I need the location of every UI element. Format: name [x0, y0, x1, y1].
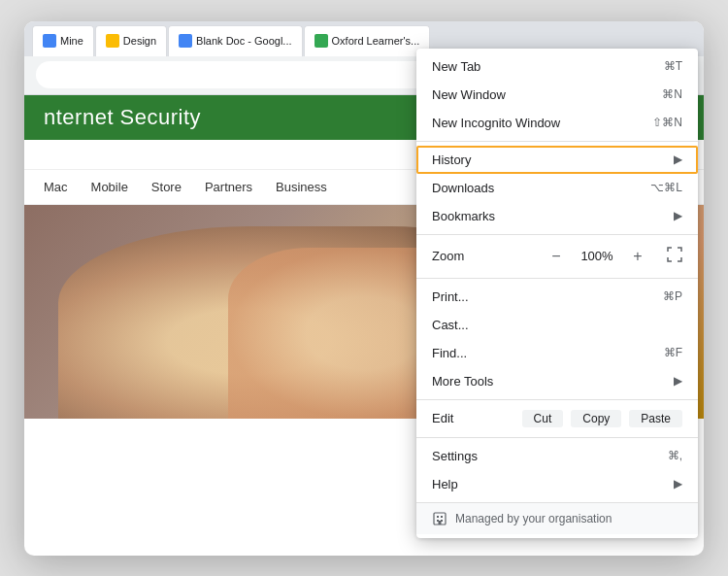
menu-item-find-shortcut: ⌘F [664, 346, 682, 359]
tab-design[interactable]: Design [95, 25, 167, 56]
building-icon [432, 511, 447, 526]
menu-divider-2 [416, 234, 698, 235]
svg-rect-8 [441, 516, 443, 518]
menu-store[interactable]: Store [151, 180, 182, 194]
tab-label-oxford: Oxford Learner's... [332, 35, 420, 47]
zoom-controls: − 100% + [545, 245, 682, 268]
menu-item-more-tools[interactable]: More Tools ▶ [416, 367, 698, 395]
tab-favicon-mine [43, 34, 56, 48]
cut-button[interactable]: Cut [522, 410, 564, 427]
menu-item-bookmarks[interactable]: Bookmarks ▶ [416, 202, 698, 230]
copy-button[interactable]: Copy [571, 410, 621, 427]
menu-partners[interactable]: Partners [205, 180, 252, 194]
zoom-fullscreen-btn[interactable] [667, 247, 682, 265]
menu-item-help-arrow: ▶ [674, 477, 682, 491]
menu-item-incognito[interactable]: New Incognito Window ⇧⌘N [416, 109, 698, 137]
menu-item-new-tab[interactable]: New Tab ⌘T [416, 52, 698, 81]
menu-item-more-tools-arrow: ▶ [674, 374, 682, 388]
paste-button[interactable]: Paste [629, 410, 682, 427]
menu-item-bookmarks-label: Bookmarks [432, 209, 666, 223]
menu-item-find-label: Find... [432, 346, 664, 360]
svg-rect-7 [437, 516, 439, 518]
tab-favicon-design [106, 34, 119, 48]
menu-item-settings[interactable]: Settings ⌘, [416, 442, 698, 470]
edit-label: Edit [432, 411, 522, 425]
edit-buttons: Cut Copy Paste [522, 410, 682, 427]
menu-item-print-shortcut: ⌘P [663, 289, 682, 303]
tab-label-doc: Blank Doc - Googl... [196, 35, 291, 47]
menu-business[interactable]: Business [276, 180, 327, 194]
menu-mobile[interactable]: Mobile [91, 180, 128, 194]
tab-mine[interactable]: Mine [32, 25, 94, 56]
menu-item-new-tab-label: New Tab [432, 59, 664, 74]
tab-label-mine: Mine [60, 35, 83, 47]
zoom-label: Zoom [432, 249, 545, 263]
managed-text: Managed by your organisation [455, 512, 612, 525]
menu-item-new-window-shortcut: ⌘N [662, 87, 682, 101]
zoom-minus-btn[interactable]: − [545, 245, 568, 268]
menu-divider-4 [416, 399, 698, 400]
menu-item-edit: Edit Cut Copy Paste [416, 404, 698, 433]
menu-divider-5 [416, 437, 698, 438]
menu-item-bookmarks-arrow: ▶ [674, 209, 682, 222]
menu-item-new-tab-shortcut: ⌘T [664, 59, 682, 73]
menu-item-help-label: Help [432, 477, 666, 491]
zoom-plus-btn[interactable]: + [626, 245, 649, 268]
menu-item-downloads[interactable]: Downloads ⌥⌘L [416, 174, 698, 202]
site-header-text: nternet Security [44, 105, 201, 129]
menu-bottom: Managed by your organisation [416, 502, 698, 534]
context-menu: New Tab ⌘T New Window ⌘N New Incognito W… [416, 49, 698, 538]
menu-item-history-arrow: ▶ [674, 152, 682, 166]
menu-item-downloads-shortcut: ⌥⌘L [650, 181, 682, 194]
menu-item-cast-label: Cast... [432, 318, 682, 332]
menu-item-help[interactable]: Help ▶ [416, 470, 698, 498]
menu-item-cast[interactable]: Cast... [416, 311, 698, 339]
tab-favicon-oxford [314, 34, 328, 48]
menu-item-zoom: Zoom − 100% + [416, 239, 698, 274]
zoom-value: 100% [578, 249, 616, 263]
menu-divider-3 [416, 278, 698, 279]
menu-item-print-label: Print... [432, 289, 663, 304]
menu-item-downloads-label: Downloads [432, 181, 650, 195]
menu-item-more-tools-label: More Tools [432, 374, 666, 389]
menu-item-incognito-label: New Incognito Window [432, 116, 652, 130]
menu-divider-1 [416, 141, 698, 142]
tab-label-design: Design [123, 35, 156, 47]
menu-item-new-window[interactable]: New Window ⌘N [416, 81, 698, 109]
menu-item-history-label: History [432, 152, 666, 167]
tab-favicon-doc [179, 34, 192, 48]
menu-item-settings-shortcut: ⌘, [668, 449, 682, 462]
menu-item-history[interactable]: History ▶ [416, 146, 698, 174]
menu-item-new-window-label: New Window [432, 87, 662, 102]
menu-item-print[interactable]: Print... ⌘P [416, 283, 698, 311]
menu-item-incognito-shortcut: ⇧⌘N [652, 116, 682, 129]
svg-rect-11 [439, 521, 442, 525]
menu-item-find[interactable]: Find... ⌘F [416, 339, 698, 367]
menu-item-settings-label: Settings [432, 449, 668, 463]
menu-mac[interactable]: Mac [44, 180, 68, 194]
tab-oxford[interactable]: Oxford Learner's... [304, 25, 431, 56]
tab-doc[interactable]: Blank Doc - Googl... [168, 25, 302, 56]
browser-window: Mine Design Blank Doc - Googl... Oxford … [24, 21, 704, 556]
